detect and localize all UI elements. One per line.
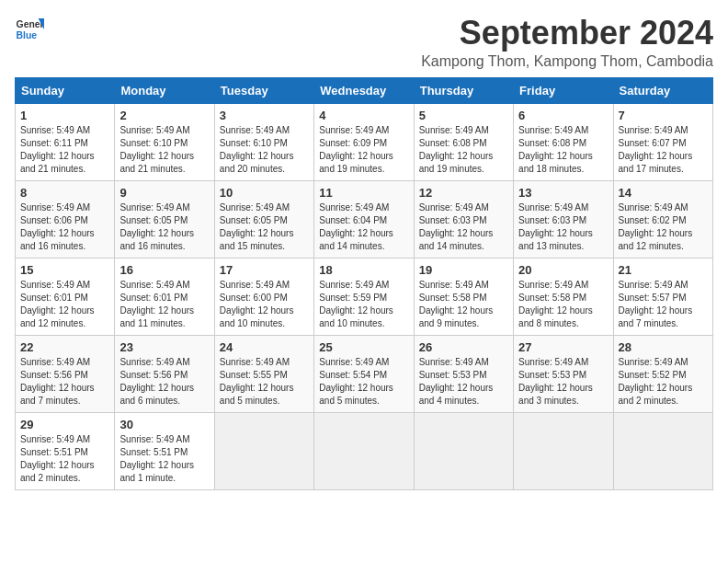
calendar-cell — [514, 412, 613, 489]
col-wednesday: Wednesday — [314, 77, 414, 103]
calendar-cell — [314, 412, 414, 489]
day-info: Sunrise: 5:49 AM Sunset: 5:58 PM Dayligh… — [419, 279, 508, 330]
day-number: 16 — [119, 263, 209, 277]
calendar-week-0: 1Sunrise: 5:49 AM Sunset: 6:11 PM Daylig… — [16, 103, 713, 180]
calendar-cell: 11Sunrise: 5:49 AM Sunset: 6:04 PM Dayli… — [314, 180, 414, 258]
calendar-cell: 13Sunrise: 5:49 AM Sunset: 6:03 PM Dayli… — [514, 180, 613, 258]
calendar-cell: 21Sunrise: 5:49 AM Sunset: 5:57 PM Dayli… — [613, 258, 712, 335]
location-subtitle: Kampong Thom, Kampong Thom, Cambodia — [421, 53, 713, 70]
day-number: 23 — [119, 340, 209, 354]
logo: General Blue — [15, 15, 44, 44]
col-saturday: Saturday — [613, 77, 712, 103]
day-number: 12 — [419, 186, 508, 200]
calendar-cell: 5Sunrise: 5:49 AM Sunset: 6:08 PM Daylig… — [414, 103, 513, 180]
calendar-cell: 4Sunrise: 5:49 AM Sunset: 6:09 PM Daylig… — [314, 103, 414, 180]
day-info: Sunrise: 5:49 AM Sunset: 6:03 PM Dayligh… — [518, 201, 608, 253]
day-info: Sunrise: 5:49 AM Sunset: 5:59 PM Dayligh… — [319, 279, 408, 330]
day-number: 25 — [319, 340, 408, 354]
calendar-cell: 27Sunrise: 5:49 AM Sunset: 5:53 PM Dayli… — [514, 335, 613, 412]
calendar-table: Sunday Monday Tuesday Wednesday Thursday… — [15, 77, 713, 490]
day-info: Sunrise: 5:49 AM Sunset: 6:01 PM Dayligh… — [119, 279, 209, 330]
header-row: Sunday Monday Tuesday Wednesday Thursday… — [16, 77, 713, 103]
calendar-cell: 18Sunrise: 5:49 AM Sunset: 5:59 PM Dayli… — [314, 258, 414, 335]
day-info: Sunrise: 5:49 AM Sunset: 6:05 PM Dayligh… — [220, 201, 309, 253]
day-number: 15 — [20, 263, 109, 277]
day-number: 7 — [619, 109, 708, 122]
day-info: Sunrise: 5:49 AM Sunset: 6:11 PM Dayligh… — [20, 124, 109, 176]
calendar-cell — [414, 412, 513, 489]
calendar-cell: 29Sunrise: 5:49 AM Sunset: 5:51 PM Dayli… — [16, 412, 115, 489]
calendar-cell — [214, 412, 313, 489]
day-info: Sunrise: 5:49 AM Sunset: 6:01 PM Dayligh… — [20, 279, 109, 330]
col-friday: Friday — [514, 77, 613, 103]
day-number: 26 — [419, 340, 508, 354]
day-number: 17 — [220, 263, 309, 277]
day-number: 4 — [319, 109, 408, 122]
day-info: Sunrise: 5:49 AM Sunset: 6:07 PM Dayligh… — [619, 124, 708, 176]
day-info: Sunrise: 5:49 AM Sunset: 6:04 PM Dayligh… — [319, 201, 408, 253]
day-number: 6 — [518, 109, 608, 122]
svg-text:Blue: Blue — [17, 30, 38, 40]
page-header: General Blue September 2024 Kampong Thom… — [15, 15, 713, 70]
day-info: Sunrise: 5:49 AM Sunset: 6:09 PM Dayligh… — [319, 124, 408, 176]
day-info: Sunrise: 5:49 AM Sunset: 6:10 PM Dayligh… — [119, 124, 209, 176]
calendar-cell: 23Sunrise: 5:49 AM Sunset: 5:56 PM Dayli… — [115, 335, 214, 412]
calendar-cell: 1Sunrise: 5:49 AM Sunset: 6:11 PM Daylig… — [16, 103, 115, 180]
calendar-week-3: 22Sunrise: 5:49 AM Sunset: 5:56 PM Dayli… — [16, 335, 713, 412]
day-number: 24 — [220, 340, 309, 354]
day-number: 20 — [518, 263, 608, 277]
day-number: 30 — [119, 418, 209, 431]
day-info: Sunrise: 5:49 AM Sunset: 6:08 PM Dayligh… — [419, 124, 508, 176]
day-info: Sunrise: 5:49 AM Sunset: 6:06 PM Dayligh… — [20, 201, 109, 253]
calendar-week-4: 29Sunrise: 5:49 AM Sunset: 5:51 PM Dayli… — [16, 412, 713, 489]
day-number: 21 — [619, 263, 708, 277]
calendar-cell: 8Sunrise: 5:49 AM Sunset: 6:06 PM Daylig… — [16, 180, 115, 258]
day-info: Sunrise: 5:49 AM Sunset: 5:56 PM Dayligh… — [20, 356, 109, 408]
day-number: 9 — [119, 186, 209, 200]
calendar-week-2: 15Sunrise: 5:49 AM Sunset: 6:01 PM Dayli… — [16, 258, 713, 335]
day-info: Sunrise: 5:49 AM Sunset: 6:08 PM Dayligh… — [518, 124, 608, 176]
calendar-cell — [613, 412, 712, 489]
day-info: Sunrise: 5:49 AM Sunset: 5:52 PM Dayligh… — [619, 356, 708, 408]
day-info: Sunrise: 5:49 AM Sunset: 6:02 PM Dayligh… — [619, 201, 708, 253]
day-number: 1 — [20, 109, 109, 122]
calendar-cell: 15Sunrise: 5:49 AM Sunset: 6:01 PM Dayli… — [16, 258, 115, 335]
day-number: 3 — [220, 109, 309, 122]
calendar-cell: 19Sunrise: 5:49 AM Sunset: 5:58 PM Dayli… — [414, 258, 513, 335]
calendar-cell: 25Sunrise: 5:49 AM Sunset: 5:54 PM Dayli… — [314, 335, 414, 412]
calendar-cell: 14Sunrise: 5:49 AM Sunset: 6:02 PM Dayli… — [613, 180, 712, 258]
day-number: 29 — [20, 418, 109, 431]
day-number: 5 — [419, 109, 508, 122]
calendar-cell: 17Sunrise: 5:49 AM Sunset: 6:00 PM Dayli… — [214, 258, 313, 335]
day-number: 18 — [319, 263, 408, 277]
day-number: 13 — [518, 186, 608, 200]
calendar-cell: 6Sunrise: 5:49 AM Sunset: 6:08 PM Daylig… — [514, 103, 613, 180]
col-tuesday: Tuesday — [214, 77, 313, 103]
day-number: 22 — [20, 340, 109, 354]
day-info: Sunrise: 5:49 AM Sunset: 5:55 PM Dayligh… — [220, 356, 309, 408]
calendar-cell: 12Sunrise: 5:49 AM Sunset: 6:03 PM Dayli… — [414, 180, 513, 258]
calendar-cell: 26Sunrise: 5:49 AM Sunset: 5:53 PM Dayli… — [414, 335, 513, 412]
day-number: 27 — [518, 340, 608, 354]
calendar-cell: 2Sunrise: 5:49 AM Sunset: 6:10 PM Daylig… — [115, 103, 214, 180]
day-number: 10 — [220, 186, 309, 200]
col-sunday: Sunday — [16, 77, 115, 103]
day-info: Sunrise: 5:49 AM Sunset: 5:58 PM Dayligh… — [518, 279, 608, 330]
col-thursday: Thursday — [414, 77, 513, 103]
col-monday: Monday — [115, 77, 214, 103]
logo-icon: General Blue — [15, 15, 44, 44]
day-info: Sunrise: 5:49 AM Sunset: 5:57 PM Dayligh… — [619, 279, 708, 330]
day-info: Sunrise: 5:49 AM Sunset: 5:51 PM Dayligh… — [20, 433, 109, 485]
calendar-cell: 22Sunrise: 5:49 AM Sunset: 5:56 PM Dayli… — [16, 335, 115, 412]
calendar-cell: 7Sunrise: 5:49 AM Sunset: 6:07 PM Daylig… — [613, 103, 712, 180]
day-number: 11 — [319, 186, 408, 200]
day-info: Sunrise: 5:49 AM Sunset: 5:53 PM Dayligh… — [518, 356, 608, 408]
day-number: 2 — [119, 109, 209, 122]
month-title: September 2024 — [421, 15, 713, 52]
day-info: Sunrise: 5:49 AM Sunset: 5:56 PM Dayligh… — [119, 356, 209, 408]
calendar-cell: 24Sunrise: 5:49 AM Sunset: 5:55 PM Dayli… — [214, 335, 313, 412]
day-info: Sunrise: 5:49 AM Sunset: 6:00 PM Dayligh… — [220, 279, 309, 330]
day-number: 14 — [619, 186, 708, 200]
calendar-cell: 20Sunrise: 5:49 AM Sunset: 5:58 PM Dayli… — [514, 258, 613, 335]
calendar-cell: 16Sunrise: 5:49 AM Sunset: 6:01 PM Dayli… — [115, 258, 214, 335]
